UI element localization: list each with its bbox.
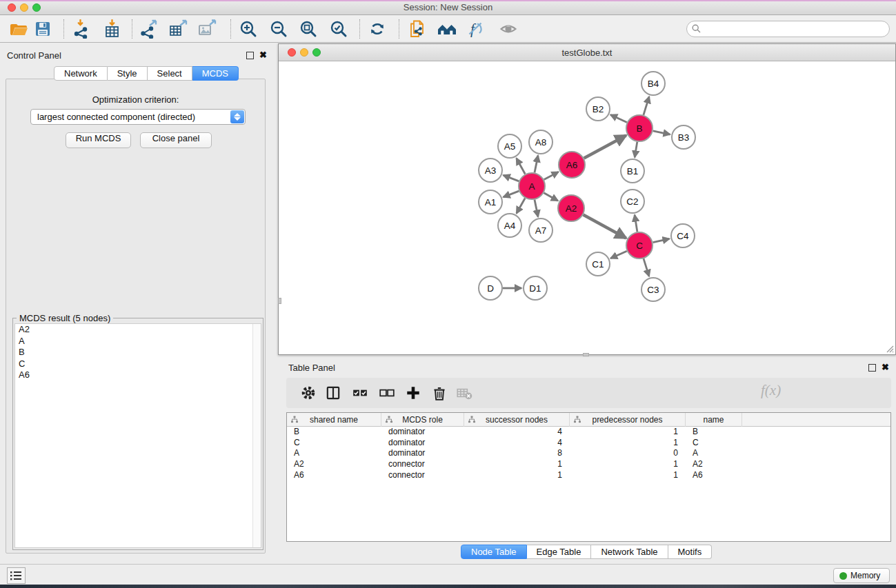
graph-node-C1[interactable]: C1: [586, 252, 610, 276]
mcds-result-list[interactable]: A2ABCA6: [14, 323, 261, 548]
criterion-dropdown[interactable]: largest connected component (directed): [30, 109, 246, 125]
cell-name[interactable]: A: [686, 448, 742, 459]
splitter-handle-left[interactable]: [278, 298, 281, 304]
graph-edge-A-A8[interactable]: [535, 156, 538, 173]
zoom-in-icon[interactable]: [239, 19, 258, 39]
column-header-successor-nodes[interactable]: successor nodes: [464, 413, 570, 427]
graph-edge-A-A2[interactable]: [544, 193, 557, 201]
graph-edge-A2-C[interactable]: [584, 215, 626, 239]
search-input[interactable]: [686, 21, 890, 37]
zoom-out-icon[interactable]: [269, 19, 288, 39]
table-row[interactable]: A2connector11A2: [287, 459, 890, 470]
tab-mcds[interactable]: MCDS: [192, 66, 239, 81]
export-table-icon[interactable]: [168, 19, 188, 39]
tab-node-table[interactable]: Node Table: [461, 545, 527, 559]
graph-edge-B-B1[interactable]: [635, 142, 637, 158]
graph-edge-B-B2[interactable]: [610, 114, 627, 122]
toggle-graphics-details-icon[interactable]: f: [466, 19, 485, 39]
tab-network[interactable]: Network: [54, 66, 108, 81]
cell-name[interactable]: A2: [686, 459, 742, 470]
graph-node-A8[interactable]: A8: [529, 130, 552, 154]
export-image-icon[interactable]: [197, 19, 217, 39]
cell-shared_name[interactable]: B: [287, 427, 381, 438]
graph-node-A7[interactable]: A7: [529, 219, 552, 242]
graph-edge-A-A3[interactable]: [504, 175, 519, 181]
graph-node-B4[interactable]: B4: [641, 72, 665, 95]
memory-button[interactable]: Memory: [833, 568, 890, 583]
cell-name[interactable]: A6: [686, 470, 742, 481]
run-mcds-button[interactable]: Run MCDS: [66, 132, 131, 148]
cell-shared_name[interactable]: A6: [287, 470, 381, 481]
scrollbar-track[interactable]: [252, 324, 261, 547]
graph-node-B3[interactable]: B3: [672, 125, 695, 149]
graph-edge-A-A6[interactable]: [544, 172, 559, 179]
graph-edge-A-A4[interactable]: [517, 198, 525, 213]
tab-motifs[interactable]: Motifs: [668, 545, 713, 559]
graph-node-C[interactable]: C: [626, 232, 653, 258]
close-panel-icon[interactable]: ✖: [259, 50, 267, 60]
refresh-icon[interactable]: [368, 19, 387, 39]
cell-predecessor_nodes[interactable]: 0: [570, 448, 686, 459]
cell-predecessor_nodes[interactable]: 1: [570, 438, 686, 449]
table-row[interactable]: Adominator80A: [287, 448, 890, 459]
cell-mcds_role[interactable]: dominator: [381, 448, 464, 459]
graph-node-A5[interactable]: A5: [498, 134, 521, 158]
network-canvas[interactable]: AA1A3A5A8A4A7A6A2BB1B2B3B4CC1C2C3C4DD1: [279, 61, 895, 354]
graph-node-A6[interactable]: A6: [559, 152, 585, 178]
cell-successor_nodes[interactable]: 1: [464, 470, 570, 481]
graph-node-B2[interactable]: B2: [586, 97, 610, 121]
cell-mcds_role[interactable]: connector: [381, 470, 464, 481]
graph-edge-A-A7[interactable]: [535, 200, 538, 217]
graph-node-B[interactable]: B: [626, 115, 653, 141]
tab-network-table[interactable]: Network Table: [591, 545, 668, 559]
close-panel-button[interactable]: Close panel: [140, 132, 212, 148]
settings-icon[interactable]: [300, 385, 317, 401]
graph-node-C3[interactable]: C3: [641, 278, 665, 301]
tab-edge-table[interactable]: Edge Table: [527, 545, 592, 559]
column-header-predecessor-nodes[interactable]: predecessor nodes: [570, 413, 686, 427]
cell-name[interactable]: B: [686, 427, 742, 438]
cell-predecessor_nodes[interactable]: 1: [570, 470, 686, 481]
cell-successor_nodes[interactable]: 1: [464, 459, 570, 470]
cell-successor_nodes[interactable]: 4: [464, 438, 570, 449]
tab-select[interactable]: Select: [148, 66, 192, 81]
cell-successor_nodes[interactable]: 4: [464, 427, 570, 438]
import-table-icon[interactable]: [103, 19, 122, 39]
graph-node-C4[interactable]: C4: [671, 224, 695, 247]
table-row[interactable]: Cdominator41C: [287, 438, 890, 449]
table-row[interactable]: Bdominator41B: [287, 427, 890, 438]
graph-edge-C-C3[interactable]: [644, 258, 649, 276]
float-table-panel-icon[interactable]: [868, 364, 876, 372]
graph-edge-C-C2[interactable]: [635, 215, 637, 232]
cell-shared_name[interactable]: A: [287, 448, 381, 459]
zoom-fit-icon[interactable]: [299, 19, 318, 39]
column-header-shared-name[interactable]: shared name: [287, 413, 381, 427]
graph-node-C2[interactable]: C2: [621, 190, 644, 213]
select-all-icon[interactable]: [352, 385, 368, 401]
cell-predecessor_nodes[interactable]: 1: [570, 459, 686, 470]
graph-node-B1[interactable]: B1: [621, 159, 644, 183]
home-icon[interactable]: [437, 19, 457, 39]
open-session-icon[interactable]: [9, 19, 28, 39]
graph-edge-C-C4[interactable]: [653, 239, 670, 242]
graph-node-A4[interactable]: A4: [498, 214, 521, 237]
mcds-result-item[interactable]: A6: [15, 369, 261, 381]
mcds-result-item[interactable]: A2: [15, 324, 261, 336]
graph-node-D1[interactable]: D1: [524, 276, 547, 300]
mcds-result-item[interactable]: C: [15, 358, 261, 370]
save-session-icon[interactable]: [33, 19, 52, 39]
graph-node-A2[interactable]: A2: [558, 195, 584, 221]
graph-node-A[interactable]: A: [519, 173, 545, 199]
cell-mcds_role[interactable]: dominator: [381, 427, 464, 438]
graph-edge-B-B3[interactable]: [653, 131, 670, 134]
column-header-MCDS-role[interactable]: MCDS role: [381, 413, 464, 427]
graph-node-A1[interactable]: A1: [479, 190, 502, 214]
zoom-selected-icon[interactable]: [329, 19, 348, 39]
deselect-all-icon[interactable]: [379, 385, 395, 401]
mcds-result-item[interactable]: A: [15, 336, 261, 347]
column-header-name[interactable]: name: [686, 413, 742, 427]
float-panel-icon[interactable]: [246, 52, 254, 59]
graph-node-D[interactable]: D: [479, 276, 502, 300]
clone-network-icon[interactable]: [408, 19, 427, 39]
tab-style[interactable]: Style: [108, 66, 148, 81]
